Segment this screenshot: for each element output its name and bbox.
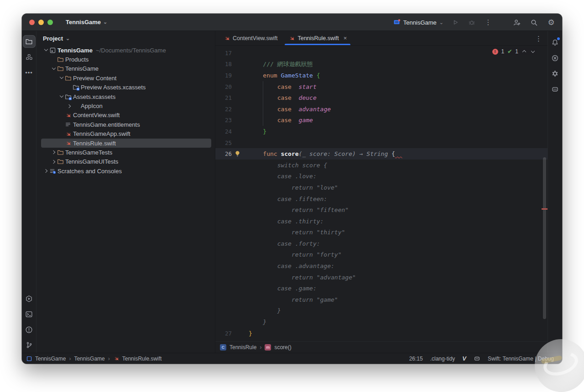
ghost-code-line[interactable]: }: [215, 305, 548, 317]
code-line-20[interactable]: 20 case start: [215, 81, 548, 93]
code-line-18[interactable]: 18 /// 網球遊戲狀態: [215, 59, 548, 70]
ghost-code-line[interactable]: case .fifteen:: [215, 193, 548, 205]
breadcrumb-method[interactable]: score(): [274, 344, 291, 351]
tab-contentview-swift[interactable]: ContentView.swift: [218, 31, 283, 45]
ghost-code-line[interactable]: return "forty": [215, 249, 548, 261]
chevron-down-icon[interactable]: [58, 93, 65, 100]
tree-item-label: TennisGame.entitlements: [73, 121, 140, 128]
ghost-code-line[interactable]: case .game:: [215, 283, 548, 294]
ghost-code-line[interactable]: case .forty:: [215, 238, 548, 249]
terminal-toolwindow-button[interactable]: [23, 308, 36, 320]
code-line-19[interactable]: 19 enum GameState {: [215, 70, 548, 81]
tree-item-products[interactable]: Products: [41, 55, 211, 64]
debug-button[interactable]: [467, 18, 476, 27]
path-separator: ›: [108, 356, 110, 362]
indent-guide: [263, 81, 263, 93]
status-path-file[interactable]: TennisRule.swift: [122, 356, 162, 362]
more-actions-kebab-icon[interactable]: ⋮: [484, 18, 493, 27]
tree-item-tennisgameapp-swift[interactable]: TennisGameApp.swift: [41, 129, 211, 139]
tree-item-tennisgame[interactable]: TennisGame: [41, 64, 211, 73]
ghost-code-line[interactable]: switch score {: [215, 160, 548, 171]
close-icon[interactable]: ×: [344, 35, 347, 41]
tree-item-tennisgame-entitlements[interactable]: TennisGame.entitlements: [41, 120, 211, 129]
tab-options-kebab-icon[interactable]: ⋮: [535, 35, 542, 43]
status-path-project[interactable]: TennisGame: [35, 356, 66, 362]
sdk-configuration[interactable]: Swift: TennisGame | Debug: [488, 356, 554, 362]
gutter: [232, 272, 249, 283]
path-separator: ›: [69, 356, 71, 362]
project-selector[interactable]: TennisGame ⌄: [66, 19, 107, 26]
close-window-button[interactable]: [29, 20, 35, 25]
tab-tennisrule-swift[interactable]: TennisRule.swift ×: [283, 31, 352, 45]
ghost-code-line[interactable]: case .advantage:: [215, 260, 548, 272]
error-stripe-mark[interactable]: [542, 208, 548, 210]
code-editor[interactable]: 1718 /// 網球遊戲狀態19 enum GameState {20 cas…: [215, 46, 548, 341]
left-tool-strip: •••: [22, 31, 36, 353]
ghost-code-line[interactable]: return "game": [215, 294, 548, 305]
tree-item-tennisgame[interactable]: TennisGame~/Documents/TennisGame: [41, 46, 211, 55]
add-user-icon[interactable]: [512, 18, 521, 27]
code-line-23[interactable]: 23 case game: [215, 115, 548, 126]
next-problem-chevron-icon[interactable]: [530, 49, 536, 54]
ghost-code-line[interactable]: case .thirty:: [215, 216, 548, 227]
ghost-code-line[interactable]: return "fifteen": [215, 204, 548, 216]
chevron-right-icon[interactable]: [66, 103, 73, 109]
tree-item-assets-xcassets[interactable]: Assets.xcassets: [41, 92, 211, 101]
version-control-toolwindow-button[interactable]: [23, 339, 36, 351]
tree-item-preview-content[interactable]: Preview Content: [41, 73, 211, 83]
run-toolwindow-button[interactable]: [23, 292, 36, 305]
structure-toolwindow-button[interactable]: [23, 51, 36, 63]
tree-item-tennisgametests[interactable]: TennisGameTests: [41, 148, 211, 157]
more-toolwindows-icon[interactable]: •••: [23, 66, 36, 79]
intention-bulb-icon[interactable]: [234, 150, 241, 158]
chevron-down-icon[interactable]: [43, 47, 49, 53]
copilot-robot-icon[interactable]: [549, 83, 562, 95]
ideavim-icon[interactable]: V: [462, 355, 466, 362]
problems-toolwindow-button[interactable]: [23, 323, 36, 336]
notifications-bell-icon[interactable]: [549, 36, 562, 49]
code-line-27[interactable]: 27}: [215, 328, 548, 339]
ghost-code-line[interactable]: }: [215, 316, 548, 328]
chevron-right-icon[interactable]: [51, 159, 57, 165]
inspections-widget[interactable]: ! 1 ✔ 1: [490, 48, 537, 55]
chevron-down-icon[interactable]: [58, 75, 65, 81]
chevron-right-icon[interactable]: [43, 168, 49, 174]
code-text: case game: [249, 117, 313, 124]
code-line-21[interactable]: 21 case deuce: [215, 92, 548, 103]
x-plugin-icon[interactable]: [549, 52, 562, 64]
project-toolwindow-button[interactable]: [23, 35, 36, 48]
ghost-code-line[interactable]: case .love:: [215, 171, 548, 182]
search-icon[interactable]: [529, 18, 538, 27]
code-line-22[interactable]: 22 case advantage: [215, 103, 548, 115]
chevron-down-icon[interactable]: [51, 66, 57, 72]
clang-tidy-status[interactable]: .clang-tidy: [430, 356, 455, 362]
previous-problem-chevron-icon[interactable]: [521, 49, 527, 54]
gutter: [232, 316, 249, 328]
code-line-26[interactable]: 26 func score(_ score: Score) → String {: [215, 148, 548, 160]
tree-item-preview-assets-xcassets[interactable]: Preview Assets.xcassets: [41, 83, 211, 92]
run-configuration-selector[interactable]: TennisGame ⌄: [393, 19, 443, 26]
code-line-25[interactable]: 25: [215, 137, 548, 149]
copilot-status-icon[interactable]: [474, 355, 480, 362]
editor-scrollbar[interactable]: [543, 157, 546, 319]
tree-item-contentview-swift[interactable]: ContentView.swift: [41, 111, 211, 120]
tree-item-appicon[interactable]: AppIcon: [41, 101, 211, 110]
ghost-code-line[interactable]: return "love": [215, 182, 548, 193]
project-panel-header[interactable]: Project ⌄: [36, 31, 215, 46]
run-button[interactable]: [451, 18, 460, 27]
caret-position[interactable]: 26:15: [409, 356, 423, 362]
ghost-code-line[interactable]: return "advantage": [215, 272, 548, 283]
status-path-group[interactable]: TennisGame: [74, 356, 104, 362]
tree-item-tennisrule-swift[interactable]: TennisRule.swift: [41, 139, 211, 148]
zoom-window-button[interactable]: [47, 20, 53, 25]
tree-item-tennisgameuitests[interactable]: TennisGameUITests: [41, 157, 211, 166]
breadcrumb-class[interactable]: TennisRule: [229, 344, 256, 351]
openai-assistant-icon[interactable]: [549, 67, 562, 80]
chevron-right-icon[interactable]: [51, 149, 57, 155]
tree-item-label: TennisGame: [57, 47, 93, 54]
minimize-window-button[interactable]: [38, 20, 44, 25]
ghost-code-line[interactable]: return "thirty": [215, 227, 548, 238]
settings-gear-icon[interactable]: ⚙: [547, 18, 556, 27]
code-line-24[interactable]: 24 }: [215, 126, 548, 137]
tree-item-scratches-and-consoles[interactable]: Scratches and Consoles: [41, 166, 211, 175]
